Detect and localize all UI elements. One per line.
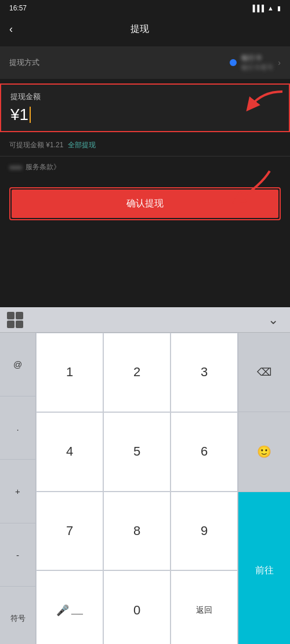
keyboard-area: ⌄ @ . + - 符号 1 2 3 4 5 6 — [0, 307, 290, 644]
at-key[interactable]: @ — [0, 333, 35, 396]
battery-icon: ▮ — [277, 5, 281, 12]
minus-key[interactable]: - — [0, 523, 35, 587]
key-7[interactable]: 7 — [36, 492, 103, 571]
key-4[interactable]: 4 — [36, 412, 103, 492]
payment-method-label: 提现方式 — [9, 57, 39, 68]
bank-sub: 银行卡尾号 — [241, 63, 273, 72]
collapse-keyboard-button[interactable]: ⌄ — [263, 310, 283, 330]
wifi-icon: ▲ — [267, 5, 274, 12]
delete-key[interactable]: ⌫ — [238, 333, 290, 412]
key-5[interactable]: 5 — [103, 412, 171, 492]
bank-icon — [230, 59, 237, 66]
amount-input-section: 提现金额 ¥ 1 — [0, 83, 290, 132]
emoji-key[interactable]: 🙂 — [238, 412, 290, 492]
payment-method-row[interactable]: 提现方式 银行卡 银行卡尾号 › — [0, 46, 290, 79]
return-key[interactable]: 返回 — [171, 570, 238, 644]
signal-icon: ▐▐▐ — [251, 5, 264, 12]
key-9[interactable]: 9 — [171, 492, 238, 571]
currency-symbol: ¥ — [10, 105, 20, 124]
status-icons: ▐▐▐ ▲ ▮ — [251, 5, 281, 12]
text-cursor — [30, 107, 31, 123]
go-button[interactable]: 前往 — [238, 492, 290, 645]
key-3[interactable]: 3 — [171, 333, 238, 412]
nav-bar: ‹ 提现 — [0, 16, 290, 42]
bank-name: 银行卡 — [241, 53, 273, 63]
keyboard-toolbar: ⌄ — [0, 307, 290, 333]
available-amount-row: 可提现金额 ¥1.21 全部提现 — [0, 134, 290, 156]
amount-label: 提现金额 — [10, 92, 280, 102]
status-bar: 16:57 ▐▐▐ ▲ ▮ — [0, 0, 290, 16]
keyboard-left-column: @ . + - 符号 — [0, 333, 36, 644]
amount-value[interactable]: ¥ 1 — [10, 105, 280, 124]
key-1[interactable]: 1 — [36, 333, 103, 412]
available-text: 可提现金额 ¥1.21 — [9, 140, 63, 150]
apps-icon[interactable] — [7, 312, 23, 328]
terms-prefix-blurred: ■■■ — [9, 163, 22, 172]
keyboard-right-column: ⌫ 🙂 前往 — [238, 333, 290, 644]
withdraw-all-button[interactable]: 全部提现 — [68, 140, 96, 150]
key-0[interactable]: 0 — [103, 570, 171, 644]
symbol-key[interactable]: 符号 — [0, 587, 35, 644]
keyboard-main: @ . + - 符号 1 2 3 4 5 6 7 8 9 — [0, 333, 290, 644]
amount-number: 1 — [20, 105, 29, 124]
confirm-button-wrapper[interactable]: 确认提现 — [9, 187, 281, 220]
chevron-right-icon: › — [278, 58, 281, 67]
terms-link[interactable]: 服务条款》 — [26, 162, 60, 172]
back-button[interactable]: ‹ — [9, 23, 13, 35]
space-key[interactable]: 🎤 ___ — [36, 570, 103, 644]
key-6[interactable]: 6 — [171, 412, 238, 492]
payment-method-value: 银行卡 银行卡尾号 › — [230, 53, 281, 72]
dot-key[interactable]: . — [0, 396, 35, 460]
plus-key[interactable]: + — [0, 460, 35, 523]
key-2[interactable]: 2 — [103, 333, 171, 412]
key-8[interactable]: 8 — [103, 492, 171, 571]
page-title: 提现 — [22, 23, 258, 35]
confirm-button[interactable]: 确认提现 — [12, 190, 278, 218]
keyboard-number-grid: 1 2 3 4 5 6 7 8 9 🎤 ___ 0 返回 — [36, 333, 238, 644]
status-time: 16:57 — [9, 4, 27, 12]
terms-section: ■■■ 服务条款》 — [0, 157, 290, 178]
